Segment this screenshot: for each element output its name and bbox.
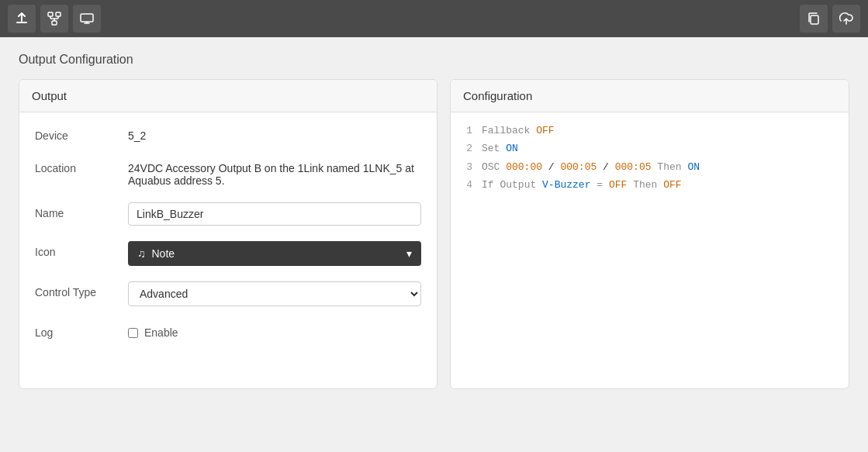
code-text-3: OSC 000:00 / 000:05 / 000:05 Then ON [482,158,836,176]
svg-rect-2 [56,12,61,16]
kw-vbuzzer: V-Buzzer [542,179,590,191]
svg-rect-3 [52,21,57,25]
name-row: Name [35,202,421,226]
line-num-4: 4 [463,176,472,194]
kw-off-1: OFF [536,125,554,136]
log-checkbox[interactable] [128,328,138,338]
line-num-2: 2 [463,140,472,157]
config-panel-header: Configuration [451,80,849,112]
cloud-upload-button[interactable] [832,5,860,33]
upload-button[interactable] [8,5,36,33]
code-line-4: 4 If Output V-Buzzer = OFF Then [463,176,836,194]
code-text-4: If Output V-Buzzer = OFF Then OFF [482,176,836,194]
icon-label: Icon [35,241,128,258]
name-input[interactable] [128,202,421,226]
log-row: Log Enable [35,322,421,339]
control-type-select-wrapper: Advanced Basic Manual [128,281,421,306]
kw-time-2: 000:05 [560,161,597,173]
page-content: Output Configuration Output Device 5_2 L… [0,37,868,405]
log-checkbox-label: Enable [144,326,178,339]
code-line-2: 2 Set ON [463,140,836,157]
kw-off-4b: OFF [663,179,681,191]
name-input-wrapper [128,202,421,226]
kw-output: Output [500,179,536,191]
line-num-1: 1 [463,122,472,140]
top-bar [0,0,868,37]
control-type-row: Control Type Advanced Basic Manual [35,281,421,306]
kw-then-4: Then [633,179,657,191]
output-panel: Output Device 5_2 Location 24VDC Accesso… [19,79,437,389]
chevron-down-icon: ▾ [406,247,412,260]
log-value: Enable [128,322,421,339]
kw-if: If [482,179,494,191]
icon-dropdown-label: Note [152,247,175,260]
copy-button[interactable] [800,5,828,33]
note-icon: ♫ [137,247,146,260]
network-button[interactable] [40,5,68,33]
code-text-2: Set ON [482,140,836,157]
line-num-3: 3 [463,158,472,176]
svg-rect-0 [16,22,27,23]
log-label: Log [35,322,128,339]
slash2: / [603,161,609,173]
control-type-label: Control Type [35,281,128,298]
kw-off-4a: OFF [609,179,627,191]
page-title: Output Configuration [19,53,849,67]
kw-time-1: 000:00 [506,161,542,173]
slash1: / [548,161,555,173]
kw-on-3: ON [687,161,700,173]
output-panel-header: Output [19,80,437,112]
code-text-1: Fallback OFF [482,122,836,140]
kw-eq: = [597,179,603,191]
code-line-1: 1 Fallback OFF [463,122,836,140]
kw-then-3: Then [657,161,681,173]
kw-fallback: Fallback [482,125,530,136]
icon-dropdown-content: ♫ Note [137,247,175,260]
location-value: 24VDC Accessory Output B on the 1Link na… [128,157,421,187]
code-line-3: 3 OSC 000:00 / 000:05 / 000:05 Then ON [463,158,836,176]
kw-time-3: 000:05 [615,161,652,173]
panels: Output Device 5_2 Location 24VDC Accesso… [19,79,849,389]
location-label: Location [35,157,128,174]
log-checkbox-row: Enable [128,326,421,339]
location-row: Location 24VDC Accessory Output B on the… [35,157,421,187]
svg-rect-8 [81,14,93,22]
config-panel-body: 1 Fallback OFF 2 Set ON [451,112,849,204]
icon-row: Icon ♫ Note ▾ [35,241,421,266]
config-panel: Configuration 1 Fallback OFF 2 Set [450,79,849,389]
display-button[interactable] [73,5,101,33]
toolbar-right [800,5,860,33]
toolbar-left [8,5,101,33]
kw-osc: OSC [482,161,500,173]
svg-rect-1 [48,12,53,16]
svg-rect-11 [811,16,818,24]
name-label: Name [35,202,128,219]
kw-on-2: ON [506,143,518,154]
icon-dropdown-button[interactable]: ♫ Note ▾ [128,241,421,266]
device-row: Device 5_2 [35,125,421,142]
output-panel-body: Device 5_2 Location 24VDC Accessory Outp… [19,112,437,367]
icon-dropdown-wrapper: ♫ Note ▾ [128,241,421,266]
kw-set: Set [482,143,500,154]
control-type-select[interactable]: Advanced Basic Manual [128,281,421,306]
device-label: Device [35,125,128,142]
device-value: 5_2 [128,125,421,142]
